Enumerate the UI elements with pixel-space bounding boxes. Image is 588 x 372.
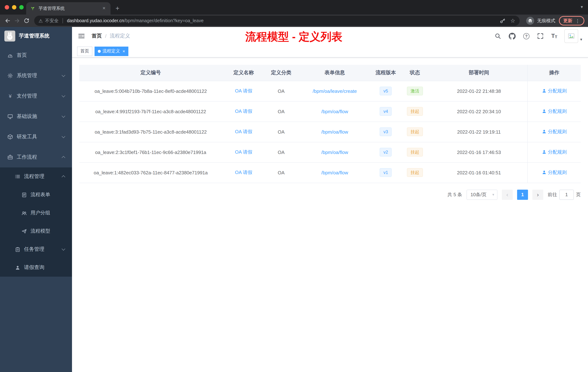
workflow-submenu: 流程管理 流程表单 用户分组	[0, 167, 72, 277]
sidebar-item-infrastructure[interactable]: 基础设施	[0, 106, 72, 127]
form-link[interactable]: /bpm/oa/leave/create	[313, 88, 357, 94]
sidebar-item-task-management[interactable]: 任务管理	[0, 240, 72, 258]
security-warning-icon[interactable]: ⚠	[39, 18, 43, 23]
status-badge: 激活	[407, 87, 423, 95]
user-icon	[542, 170, 546, 175]
cell-category: OA	[265, 162, 297, 183]
user-avatar[interactable]	[565, 29, 578, 43]
sidebar-item-label: 流程表单	[31, 191, 50, 198]
page-annotation: 流程模型 - 定义列表	[245, 30, 342, 44]
fullscreen-icon[interactable]	[537, 33, 544, 40]
assign-rule-label: 分配规则	[548, 108, 567, 115]
form-link[interactable]: /bpm/oa/flow	[321, 149, 348, 155]
form-link[interactable]: /bpm/oa/flow	[321, 170, 348, 175]
next-page-button[interactable]: ›	[532, 189, 543, 200]
user-icon	[542, 129, 546, 134]
sidebar-item-process-model[interactable]: 流程模型	[0, 222, 72, 240]
font-size-icon[interactable]: TT	[551, 33, 557, 39]
url-path: /bpm/manager/definition?key=oa_leave	[124, 18, 203, 23]
version-badge[interactable]: v2	[380, 148, 392, 156]
clipboard-icon	[15, 246, 20, 252]
chevron-down-icon	[62, 247, 65, 251]
goto-page-input[interactable]	[559, 189, 574, 200]
tab-search-chevron-icon[interactable]: ▾	[581, 4, 583, 10]
sidebar-item-label: 请假查询	[24, 264, 44, 271]
bookmark-star-icon[interactable]: ☆	[510, 17, 515, 24]
tag-home[interactable]: 首页	[77, 46, 92, 56]
version-badge[interactable]: v1	[380, 168, 392, 177]
sidebar-item-payment[interactable]: ¥ 支付管理	[0, 86, 72, 106]
sidebar-item-system[interactable]: 系统管理	[0, 66, 72, 86]
password-key-icon[interactable]	[499, 17, 506, 24]
assign-rule-link[interactable]: 分配规则	[542, 108, 567, 115]
breadcrumb-current: 流程定义	[110, 33, 130, 39]
definition-name-link[interactable]: OA 请假	[235, 149, 252, 155]
assign-rule-link[interactable]: 分配规则	[542, 88, 567, 94]
cell-category: OA	[265, 121, 297, 142]
assign-rule-link[interactable]: 分配规则	[542, 129, 567, 135]
page-size-select[interactable]: 10条/页 ▾	[467, 189, 497, 200]
avatar-caret-icon[interactable]: ▾	[580, 37, 582, 43]
sidebar-item-home[interactable]: 首页	[0, 45, 72, 66]
sidebar-item-process-management[interactable]: 流程管理	[0, 167, 72, 186]
github-icon[interactable]	[509, 33, 516, 40]
sidebar: 芋道管理系统 首页 系统管理 ¥ 支付管	[0, 27, 72, 372]
version-badge[interactable]: v3	[380, 127, 392, 136]
assign-rule-label: 分配规则	[548, 169, 567, 176]
chevron-down-icon	[62, 114, 65, 118]
definition-name-link[interactable]: OA 请假	[235, 88, 252, 94]
assign-rule-link[interactable]: 分配规则	[542, 169, 567, 176]
definition-name-link[interactable]: OA 请假	[235, 170, 252, 175]
tag-close-icon[interactable]: ×	[123, 49, 125, 54]
prev-page-button[interactable]: ‹	[502, 189, 513, 200]
zoom-window-button[interactable]	[19, 5, 24, 10]
breadcrumb-home[interactable]: 首页	[92, 33, 102, 39]
new-tab-button[interactable]: +	[113, 4, 122, 13]
sidebar-item-dev-tools[interactable]: 研发工具	[0, 127, 72, 147]
sidebar-item-process-form[interactable]: 流程表单	[0, 186, 72, 204]
app-logo[interactable]: 芋道管理系统	[0, 27, 72, 45]
table-header-row: 定义编号 定义名称 定义分类 表单信息 流程版本 状态 部署时间 操作	[79, 65, 581, 81]
monitor-icon	[7, 114, 13, 119]
version-badge[interactable]: v5	[380, 87, 392, 95]
reload-button[interactable]	[22, 16, 31, 25]
cell-category: OA	[265, 142, 297, 162]
address-bar[interactable]: ⚠ 不安全 dashboard.yudao.iocoder.cn/bpm/man…	[34, 16, 520, 26]
update-button[interactable]: 更新 ⋮	[559, 16, 584, 25]
sidebar-item-workflow[interactable]: 工作流程	[0, 147, 72, 167]
assign-rule-label: 分配规则	[548, 129, 567, 135]
tag-current[interactable]: 流程定义 ×	[94, 46, 128, 56]
tab-close-icon[interactable]: ×	[101, 5, 107, 11]
tab-favicon-icon	[30, 5, 36, 11]
browser-tab[interactable]: 芋道管理系统 ×	[26, 2, 111, 15]
app-window: 芋道管理系统 首页 系统管理 ¥ 支付管	[0, 27, 588, 372]
cube-icon	[7, 134, 13, 140]
browser-menu-icon[interactable]: ⋮	[575, 18, 580, 23]
help-icon[interactable]: ?	[523, 33, 529, 39]
sidebar-toggle-icon[interactable]	[78, 32, 86, 40]
forward-button[interactable]	[12, 16, 22, 25]
minimize-window-button[interactable]	[12, 5, 16, 10]
form-link[interactable]: /bpm/oa/flow	[321, 109, 348, 114]
definition-name-link[interactable]: OA 请假	[235, 109, 252, 114]
page-unit-label: 页	[576, 191, 581, 198]
col-header-form: 表单信息	[297, 65, 372, 81]
back-button[interactable]	[3, 16, 12, 25]
definition-name-link[interactable]: OA 请假	[235, 129, 252, 134]
version-badge[interactable]: v4	[380, 107, 392, 116]
url-text[interactable]: dashboard.yudao.iocoder.cn/bpm/manager/d…	[67, 18, 203, 23]
cell-definition-id: oa_leave:3:1fad3d93-7b75-11ec-a3c8-acde4…	[79, 121, 222, 142]
assign-rule-link[interactable]: 分配规则	[542, 149, 567, 155]
sidebar-item-leave-query[interactable]: 请假查询	[0, 258, 72, 277]
sidebar-item-label: 任务管理	[24, 246, 44, 253]
cell-definition-id: oa_leave:2:3c1f0ef1-76b1-11ec-9c66-a2380…	[79, 142, 222, 162]
form-link[interactable]: /bpm/oa/flow	[321, 129, 348, 134]
close-window-button[interactable]	[5, 5, 9, 10]
incognito-label: 无痕模式	[537, 18, 555, 24]
user-menu[interactable]: ▾	[565, 29, 582, 43]
current-page-button[interactable]: 1	[517, 189, 528, 200]
chevron-up-icon	[62, 175, 65, 179]
security-label[interactable]: 不安全	[45, 18, 59, 24]
search-icon[interactable]	[494, 33, 502, 40]
sidebar-item-user-group[interactable]: 用户分组	[0, 204, 72, 222]
